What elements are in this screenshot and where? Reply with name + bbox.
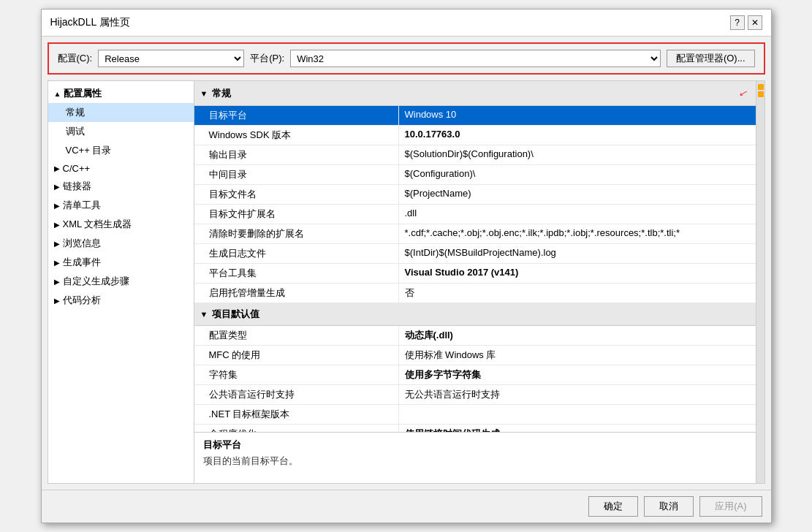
prop-value-mfc-use: 使用标准 Windows 库: [399, 346, 756, 365]
section-collapse-icon: ▲: [54, 90, 61, 98]
expand-icon: ▶: [54, 278, 60, 286]
expand-icon: ▶: [54, 297, 60, 305]
prop-name-clr-support: 公共语言运行时支持: [194, 385, 399, 404]
general-section-header: ▼ 常规 ←: [194, 81, 756, 106]
sidebar-item-debug[interactable]: 调试: [48, 122, 194, 141]
prop-row-sdk-version[interactable]: Windows SDK 版本 10.0.17763.0: [194, 126, 756, 145]
config-select[interactable]: Release: [98, 50, 244, 67]
defaults-section-header: ▼ 项目默认值: [194, 303, 756, 326]
prop-row-clr-support[interactable]: 公共语言运行时支持 无公共语言运行时支持: [194, 385, 756, 405]
prop-name-platform-toolset: 平台工具集: [194, 264, 399, 283]
prop-name-target-name: 目标文件名: [194, 185, 399, 204]
expand-icon: ▶: [54, 259, 60, 267]
prop-name-mfc-use: MFC 的使用: [194, 346, 399, 365]
red-arrow-icon: ←: [733, 83, 752, 103]
prop-name-config-type: 配置类型: [194, 326, 399, 345]
expand-icon: ▶: [54, 202, 60, 210]
prop-value-target-name: $(ProjectName): [399, 185, 756, 204]
manage-config-button[interactable]: 配置管理器(O)...: [667, 50, 755, 67]
prop-value-managed-incremental: 否: [399, 284, 756, 303]
indicator-dot-1: [758, 84, 764, 90]
sidebar-section-header: ▲ 配置属性: [48, 84, 194, 103]
prop-row-wpo[interactable]: 全程序优化 使用链接时间代码生成: [194, 425, 756, 432]
prop-row-managed-incremental[interactable]: 启用托管增量生成 否: [194, 284, 756, 303]
close-button[interactable]: ✕: [748, 15, 762, 30]
prop-scroll-area: ▼ 常规 ← 目标平台 Windows 10 Windows SDK 版本 10…: [194, 81, 756, 432]
prop-value-config-type: 动态库(.dll): [399, 326, 756, 345]
prop-name-clean-ext: 清除时要删除的扩展名: [194, 224, 399, 243]
defaults-arrow-icon: ▼: [200, 310, 208, 319]
prop-name-dotnet-version: .NET 目标框架版本: [194, 405, 399, 424]
prop-value-inter-dir: $(Configuration)\: [399, 165, 756, 184]
sidebar-item-linker[interactable]: ▶链接器: [48, 177, 194, 196]
prop-value-wpo: 使用链接时间代码生成: [399, 425, 756, 432]
main-content: ▲ 配置属性 常规 调试 VC++ 目录 ▶C/C++ ▶链接器 ▶清单工具 ▶…: [48, 80, 765, 484]
footer: 确定 取消 应用(A): [42, 490, 771, 522]
prop-row-inter-dir[interactable]: 中间目录 $(Configuration)\: [194, 165, 756, 185]
ok-button[interactable]: 确定: [588, 496, 638, 517]
prop-name-output-dir: 输出目录: [194, 145, 399, 164]
sidebar: ▲ 配置属性 常规 调试 VC++ 目录 ▶C/C++ ▶链接器 ▶清单工具 ▶…: [48, 81, 194, 483]
prop-value-build-log: $(IntDir)$(MSBuildProjectName).log: [399, 244, 756, 263]
prop-row-platform-toolset[interactable]: 平台工具集 Visual Studio 2017 (v141): [194, 264, 756, 284]
expand-icon: ▶: [54, 183, 60, 191]
indicator-dot-2: [758, 91, 764, 97]
section-arrow-icon: ▼: [200, 89, 208, 98]
sidebar-item-manifest[interactable]: ▶清单工具: [48, 196, 194, 215]
prop-name-target-platform: 目标平台: [194, 106, 399, 125]
prop-row-clean-ext[interactable]: 清除时要删除的扩展名 *.cdf;*.cache;*.obj;*.obj.enc…: [194, 224, 756, 244]
expand-icon: ▶: [54, 240, 60, 248]
prop-name-managed-incremental: 启用托管增量生成: [194, 284, 399, 303]
sidebar-item-browse[interactable]: ▶浏览信息: [48, 234, 194, 253]
properties-panel: ▼ 常规 ← 目标平台 Windows 10 Windows SDK 版本 10…: [194, 81, 756, 483]
description-text: 项目的当前目标平台。: [203, 455, 747, 468]
sidebar-item-xml[interactable]: ▶XML 文档生成器: [48, 215, 194, 234]
prop-name-charset: 字符集: [194, 365, 399, 384]
help-button[interactable]: ?: [730, 15, 745, 30]
prop-name-wpo: 全程序优化: [194, 425, 399, 432]
prop-value-output-dir: $(SolutionDir)$(Configuration)\: [399, 145, 756, 164]
general-section-label: 常规: [212, 87, 231, 100]
prop-row-config-type[interactable]: 配置类型 动态库(.dll): [194, 326, 756, 346]
sidebar-item-build-events[interactable]: ▶生成事件: [48, 253, 194, 272]
description-panel: 目标平台 项目的当前目标平台。: [194, 432, 756, 483]
prop-row-charset[interactable]: 字符集 使用多字节字符集: [194, 365, 756, 385]
prop-name-build-log: 生成日志文件: [194, 244, 399, 263]
prop-row-target-name[interactable]: 目标文件名 $(ProjectName): [194, 185, 756, 205]
dialog-title: HijackDLL 属性页: [50, 16, 130, 29]
prop-name-target-ext: 目标文件扩展名: [194, 205, 399, 224]
prop-value-dotnet-version: [399, 405, 756, 424]
prop-value-target-ext: .dll: [399, 205, 756, 224]
prop-value-charset: 使用多字节字符集: [399, 365, 756, 384]
prop-row-target-platform[interactable]: 目标平台 Windows 10: [194, 106, 756, 126]
prop-value-clr-support: 无公共语言运行时支持: [399, 385, 756, 404]
prop-name-inter-dir: 中间目录: [194, 165, 399, 184]
prop-value-platform-toolset: Visual Studio 2017 (v141): [399, 264, 756, 283]
platform-select[interactable]: Win32: [290, 50, 661, 67]
config-toolbar: 配置(C): Release 平台(P): Win32 配置管理器(O)...: [48, 42, 765, 75]
sidebar-section-label: 配置属性: [64, 87, 102, 100]
prop-row-mfc-use[interactable]: MFC 的使用 使用标准 Windows 库: [194, 346, 756, 365]
sidebar-item-general[interactable]: 常规: [48, 103, 194, 122]
expand-icon: ▶: [54, 221, 60, 229]
sidebar-item-code-analysis[interactable]: ▶代码分析: [48, 291, 194, 310]
prop-row-build-log[interactable]: 生成日志文件 $(IntDir)$(MSBuildProjectName).lo…: [194, 244, 756, 264]
prop-value-clean-ext: *.cdf;*.cache;*.obj;*.obj.enc;*.ilk;*.ip…: [399, 224, 756, 243]
prop-row-dotnet-version[interactable]: .NET 目标框架版本: [194, 405, 756, 425]
sidebar-item-vc-dirs[interactable]: VC++ 目录: [48, 141, 194, 160]
right-indicator: [756, 81, 764, 483]
expand-icon: ▶: [54, 164, 60, 172]
platform-label: 平台(P):: [250, 52, 284, 65]
prop-row-output-dir[interactable]: 输出目录 $(SolutionDir)$(Configuration)\: [194, 145, 756, 165]
sidebar-item-cpp[interactable]: ▶C/C++: [48, 160, 194, 177]
prop-value-target-platform: Windows 10: [399, 106, 756, 125]
prop-row-target-ext[interactable]: 目标文件扩展名 .dll: [194, 205, 756, 224]
sidebar-item-custom-build[interactable]: ▶自定义生成步骤: [48, 272, 194, 291]
apply-button[interactable]: 应用(A): [699, 496, 762, 517]
title-bar: HijackDLL 属性页 ? ✕: [42, 10, 771, 37]
cancel-button[interactable]: 取消: [644, 496, 694, 517]
defaults-section-label: 项目默认值: [212, 308, 259, 321]
description-title: 目标平台: [203, 438, 747, 452]
prop-value-sdk-version: 10.0.17763.0: [399, 126, 756, 145]
prop-name-sdk-version: Windows SDK 版本: [194, 126, 399, 145]
